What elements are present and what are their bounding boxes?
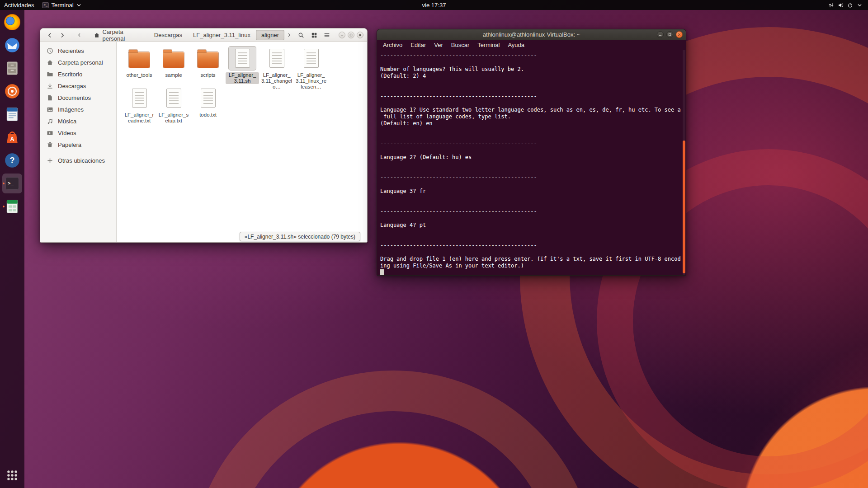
- svg-text:>_: >_: [8, 180, 14, 186]
- terminal-window: athlonlinux@athlonlinux-VirtualBox: ~ Ar…: [377, 29, 686, 276]
- breadcrumb-item-carpeta-personal[interactable]: Carpeta personal: [88, 30, 149, 40]
- folder-icon: [160, 47, 187, 70]
- home-icon: [94, 32, 100, 38]
- terminal-close-button[interactable]: [676, 31, 683, 38]
- svg-text:A: A: [10, 136, 14, 142]
- back-button[interactable]: [44, 30, 55, 40]
- terminal-menu-editar[interactable]: Editar: [406, 40, 430, 50]
- breadcrumb-scroll-left-button[interactable]: [76, 30, 83, 40]
- terminal-line: ----------------------------------------…: [380, 242, 682, 249]
- sidebar-item-otras-ubicaciones[interactable]: Otras ubicaciones: [40, 155, 116, 166]
- terminal-menu-ver[interactable]: Ver: [430, 40, 447, 50]
- sidebar-item-label: Otras ubicaciones: [58, 157, 105, 164]
- video-icon: [47, 130, 53, 136]
- sidebar-item-videos[interactable]: Vídeos: [40, 127, 116, 139]
- dock-item-firefox[interactable]: [2, 12, 22, 32]
- terminal-line: Number of languages? This will usually b…: [380, 66, 682, 73]
- file-icon: [126, 86, 153, 110]
- breadcrumb-item-descargas[interactable]: Descargas: [149, 30, 188, 40]
- sidebar-item-musica[interactable]: Música: [40, 115, 116, 127]
- terminal-line: ----------------------------------------…: [380, 208, 682, 215]
- dock: A?>_: [0, 10, 24, 488]
- terminal-line: ing using File/Save As in your text edit…: [380, 263, 682, 269]
- terminal-menu-archivo[interactable]: Archivo: [379, 40, 406, 50]
- dock-item-help[interactable]: ?: [2, 150, 22, 170]
- forward-button[interactable]: [57, 30, 68, 40]
- clock[interactable]: vie 17:37: [418, 0, 450, 10]
- system-status-area[interactable]: [824, 0, 868, 10]
- files-content-area[interactable]: other_toolssamplescriptsLF_aligner_3.11.…: [117, 42, 367, 242]
- terminal-icon: >_: [4, 175, 20, 192]
- file-label: LF_aligner_readme.txt: [123, 112, 156, 124]
- app-menu-button[interactable]: >_ Terminal: [38, 0, 85, 10]
- activities-button[interactable]: Actividades: [0, 0, 38, 10]
- dock-item-rhythmbox[interactable]: [2, 81, 22, 101]
- search-button[interactable]: [296, 30, 307, 40]
- sidebar-item-label: Vídeos: [58, 130, 76, 136]
- show-apps-button[interactable]: [2, 465, 22, 485]
- terminal-line: ----------------------------------------…: [380, 141, 682, 147]
- dock-item-thunderbird[interactable]: [2, 35, 22, 55]
- chevron-down-icon: [857, 2, 863, 8]
- network-icon: [828, 2, 834, 8]
- file-item-lf-aligner-3-11-changelo[interactable]: LF_aligner_3.11_changelo…: [259, 46, 294, 85]
- terminal-line: ----------------------------------------…: [380, 93, 682, 100]
- terminal-menu-ayuda[interactable]: Ayuda: [504, 40, 528, 50]
- file-item-lf-aligner-setup-txt[interactable]: LF_aligner_setup.txt: [156, 85, 191, 125]
- breadcrumb-scroll-right-button[interactable]: [286, 30, 293, 40]
- dock-item-files[interactable]: [2, 58, 22, 78]
- menu-button[interactable]: [321, 30, 333, 40]
- dock-item-ubuntu-software[interactable]: A: [2, 127, 22, 147]
- terminal-titlebar[interactable]: athlonlinux@athlonlinux-VirtualBox: ~: [377, 29, 686, 40]
- terminal-line: [380, 134, 682, 141]
- sidebar-item-papelera[interactable]: Papelera: [40, 139, 116, 150]
- sidebar-item-carpeta-personal[interactable]: Carpeta personal: [40, 56, 116, 68]
- file-label: LF_aligner_setup.txt: [157, 112, 190, 124]
- sidebar-item-descargas[interactable]: Descargas: [40, 80, 116, 92]
- terminal-line: full list of language codes, type list.: [380, 113, 682, 120]
- close-button[interactable]: [357, 32, 363, 38]
- breadcrumb-item-lf-aligner-3-11-linux[interactable]: LF_aligner_3.11_linux: [188, 30, 256, 40]
- dock-item-terminal[interactable]: >_: [2, 174, 22, 193]
- terminal-scrollbar-thumb[interactable]: [683, 141, 685, 273]
- minimize-button[interactable]: [339, 32, 345, 38]
- sidebar-item-documentos[interactable]: Documentos: [40, 92, 116, 103]
- libreoffice-writer-icon: [4, 106, 20, 122]
- file-item-sample[interactable]: sample: [156, 46, 191, 85]
- terminal-line: [380, 181, 682, 188]
- terminal-line: [380, 127, 682, 134]
- file-item-lf-aligner-3-11-sh[interactable]: LF_aligner_3.11.sh: [225, 46, 259, 85]
- file-icon: [194, 86, 222, 110]
- sidebar-item-imagenes[interactable]: Imágenes: [40, 103, 116, 115]
- folder-icon: [194, 47, 222, 70]
- file-label: LF_aligner_3.11.sh: [226, 72, 259, 84]
- view-toggle-button[interactable]: [308, 30, 320, 40]
- terminal-menu-terminal[interactable]: Terminal: [473, 40, 504, 50]
- file-item-other-tools[interactable]: other_tools: [122, 46, 156, 85]
- terminal-maximize-button[interactable]: [666, 31, 673, 38]
- file-item-lf-aligner-readme-txt[interactable]: LF_aligner_readme.txt: [122, 85, 156, 125]
- file-item-scripts[interactable]: scripts: [191, 46, 225, 85]
- file-item-lf-aligner-3-11-linux-releasen[interactable]: LF_aligner_3.11_linux_releasen…: [294, 46, 328, 85]
- maximize-button[interactable]: [348, 32, 354, 38]
- file-label: LF_aligner_3.11_linux_releasen…: [294, 72, 328, 90]
- volume-icon: [838, 2, 844, 8]
- sidebar-item-label: Papelera: [58, 141, 81, 148]
- breadcrumb-label: LF_aligner_3.11_linux: [193, 32, 250, 38]
- breadcrumb-item-aligner[interactable]: aligner: [256, 30, 284, 40]
- terminal-menu-buscar[interactable]: Buscar: [447, 40, 473, 50]
- files-window: Carpeta personalDescargasLF_aligner_3.11…: [40, 28, 368, 243]
- files-headerbar[interactable]: Carpeta personalDescargasLF_aligner_3.11…: [40, 28, 367, 42]
- help-icon: ?: [4, 152, 20, 169]
- terminal-minimize-button[interactable]: [657, 31, 664, 38]
- ubuntu-software-icon: A: [4, 129, 20, 145]
- sidebar-item-recientes[interactable]: Recientes: [40, 45, 116, 56]
- terminal-line: [380, 235, 682, 242]
- file-item-todo-txt[interactable]: todo.txt: [191, 85, 225, 125]
- sidebar-item-escritorio[interactable]: Escritorio: [40, 68, 116, 80]
- terminal-content[interactable]: ----------------------------------------…: [377, 50, 686, 275]
- dock-item-libreoffice-calc[interactable]: [2, 197, 22, 216]
- top-bar: Actividades >_ Terminal vie 17:37: [0, 0, 868, 10]
- plus-icon: [47, 157, 53, 164]
- dock-item-libreoffice-writer[interactable]: [2, 104, 22, 124]
